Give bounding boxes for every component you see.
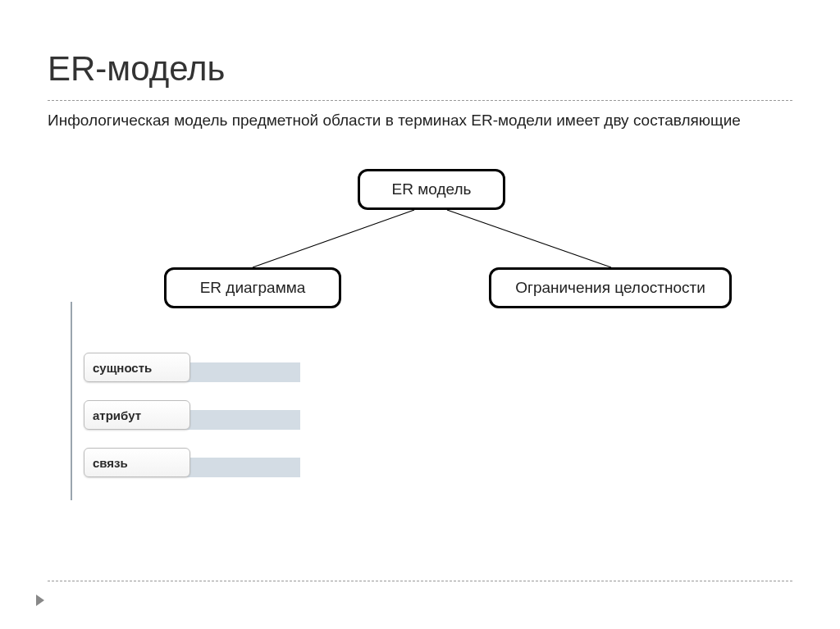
node-constraints-label: Ограничения целостности xyxy=(515,279,705,297)
list-item: атрибут xyxy=(71,395,317,436)
list-item: связь xyxy=(71,443,317,484)
node-er-diagram-label: ER диаграмма xyxy=(200,279,306,297)
list-item-chip: атрибут xyxy=(84,400,190,430)
bottom-divider xyxy=(48,581,792,581)
node-root-label: ER модель xyxy=(392,180,472,198)
list-item-chip: связь xyxy=(84,448,190,477)
connector-lines xyxy=(0,0,840,629)
node-constraints: Ограничения целостности xyxy=(489,267,732,308)
list-item-label: атрибут xyxy=(93,408,141,422)
list-item-chip: сущность xyxy=(84,353,190,382)
node-root: ER модель xyxy=(358,169,505,210)
node-er-diagram: ER диаграмма xyxy=(164,267,341,308)
svg-line-0 xyxy=(253,210,414,267)
list-item-label: сущность xyxy=(93,361,152,375)
list-item: сущность xyxy=(71,348,317,389)
page-marker-icon xyxy=(36,595,44,606)
list-item-label: связь xyxy=(93,456,128,470)
smartart-list: сущность атрибут связь xyxy=(71,348,317,490)
svg-line-1 xyxy=(447,210,611,267)
